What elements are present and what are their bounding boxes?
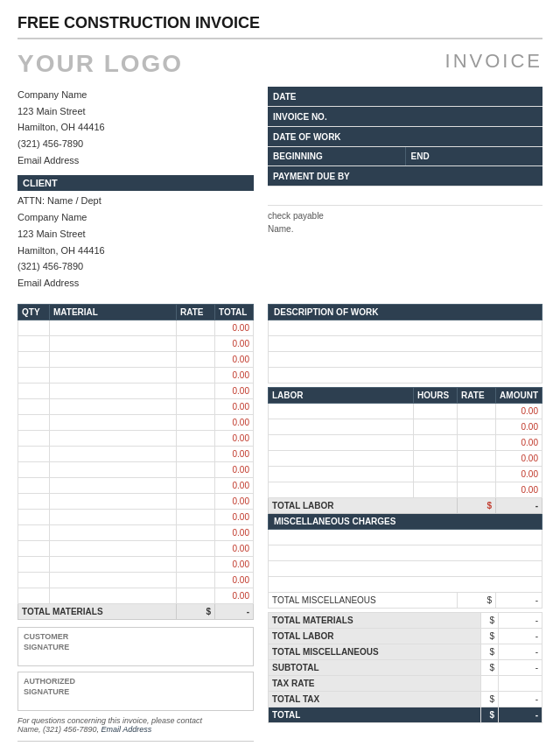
rate-header: RATE [177,304,215,320]
summary-table: TOTAL MATERIALS$-TOTAL LABOR$-TOTAL MISC… [268,612,542,723]
total-misc-row: TOTAL MISCELLANEOUS $ - [269,592,542,608]
work-row [269,335,542,351]
mat-row: 0.00 [18,588,254,603]
mat-row: 0.00 [18,540,254,556]
mat-row: 0.00 [18,383,254,398]
qty-header: QTY [18,304,50,320]
misc-row [269,545,542,560]
payment-due-label: PAYMENT DUE BY [268,166,542,186]
mat-row: 0.00 [18,430,254,446]
materials-table: QTY MATERIAL RATE TOTAL 0.000.000.000.00… [18,304,254,620]
rate-col-header: RATE [458,387,496,403]
material-header: MATERIAL [50,304,177,320]
mat-row: 0.00 [18,493,254,509]
amount-col-header: AMOUNT [496,387,542,403]
check-payable: check payable Name. [268,209,542,236]
beginning-label: BEGINNING [268,147,406,165]
logo: YOUR LOGO [18,50,183,78]
mat-row: 0.00 [18,367,254,383]
client-header: CLIENT [18,175,254,191]
date-of-work-label: DATE OF WORK [268,127,542,146]
client-info: ATTN: Name / Dept Company Name 123 Main … [18,193,254,291]
labor-row: 0.00 [269,482,542,497]
hours-col-header: HOURS [414,387,458,403]
customer-signature-box: CUSTOMERSIGNATURE [18,627,254,666]
total-header: TOTAL [215,304,254,320]
summary-row: SUBTOTAL$- [269,659,542,675]
summary-row: TOTAL TAX$- [269,691,542,707]
sender-info: Company Name 123 Main Street Hamilton, O… [18,87,254,168]
mat-row: 0.00 [18,414,254,430]
mat-row: 0.00 [18,524,254,540]
labor-row: 0.00 [269,450,542,466]
summary-row: TOTAL MISCELLANEOUS$- [269,644,542,659]
labor-row: 0.00 [269,419,542,434]
invoice-no-label: INVOICE NO. [268,107,542,126]
labor-col-header: LABOR [269,387,414,403]
mat-row: 0.00 [18,398,254,414]
mat-row: 0.00 [18,556,254,572]
mat-row: 0.00 [18,335,254,351]
labor-row: 0.00 [269,466,542,482]
mat-row: 0.00 [18,320,254,335]
mat-row: 0.00 [18,446,254,461]
total-materials-row: TOTAL MATERIALS $ - [18,603,254,619]
date-label: DATE [268,87,542,106]
page-title: FREE CONSTRUCTION INVOICE [18,14,542,39]
work-table: DESCRIPTION OF WORK [268,304,542,384]
mat-row: 0.00 [18,572,254,588]
work-row [269,351,542,367]
misc-row [269,576,542,592]
website: www.yourwebaddress.com [18,741,254,746]
labor-row: 0.00 [269,403,542,419]
summary-row: TAX RATE [269,675,542,691]
summary-row: TOTAL LABOR$- [269,628,542,644]
summary-row: TOTAL MATERIALS$- [269,612,542,628]
authorized-signature-box: AUTHORIZEDSIGNATURE [18,672,254,711]
work-row [269,367,542,383]
work-header: DESCRIPTION OF WORK [269,304,542,320]
summary-row: TOTAL$- [269,707,542,722]
invoice-label: INVOICE [445,50,542,73]
mat-row: 0.00 [18,351,254,367]
end-label: END [406,147,543,165]
labor-table: LABOR HOURS RATE AMOUNT 0.000.000.000.00… [268,387,542,609]
misc-header-row: MISCELLANEOUS CHARGES [269,513,542,529]
misc-row [269,560,542,576]
mat-row: 0.00 [18,477,254,493]
labor-row: 0.00 [269,434,542,450]
mat-row: 0.00 [18,461,254,477]
work-row [269,320,542,335]
misc-row [269,529,542,545]
total-labor-row: TOTAL LABOR $ - [269,497,542,513]
footer-contact: For questions concerning this invoice, p… [18,716,254,734]
mat-row: 0.00 [18,509,254,524]
